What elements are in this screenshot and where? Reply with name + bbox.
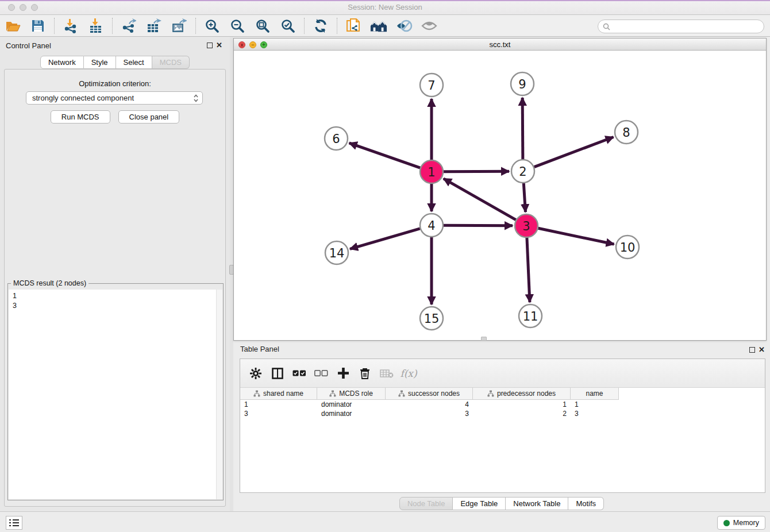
column-header-name[interactable]: name [571,388,619,399]
edge-1-2[interactable] [444,171,509,172]
open-session-icon[interactable] [4,18,21,34]
table-cell: 1 [571,400,619,409]
hide-graphics-icon[interactable] [395,18,413,34]
table-cell: dominator [317,400,386,409]
tab-node-table[interactable]: Node Table [399,497,453,510]
close-panel-icon[interactable]: ✕ [216,41,222,49]
network-window-title: scc.txt [234,40,766,49]
import-network-icon[interactable] [62,18,79,34]
export-network-icon[interactable] [120,18,137,34]
optimization-criterion-label: Optimization criterion: [5,79,225,88]
tab-style[interactable]: Style [84,56,116,69]
tab-network-table[interactable]: Network Table [506,497,568,510]
tab-edge-table[interactable]: Edge Table [453,497,506,510]
mcds-result-title: MCDS result (2 nodes) [11,279,88,287]
criterion-dropdown[interactable]: strongly connected component [26,91,203,105]
network-window: x − + scc.txt 7968124314101511 [233,38,767,341]
select-all-icon[interactable] [291,365,307,381]
close-panel-button[interactable]: Close panel [118,110,180,124]
zoom-out-icon[interactable] [229,18,246,34]
search-field[interactable] [598,20,764,33]
clone-network-icon[interactable] [345,18,362,34]
table-header-row: shared nameMCDS rolesuccessor nodesprede… [240,388,619,400]
import-table-icon[interactable] [87,18,105,34]
node-table-container: f(x) shared nameMCDS rolesuccessor nodes… [240,358,765,493]
tab-mcds[interactable]: MCDS [152,56,190,69]
node-label-10: 10 [620,241,636,255]
edge-2-9[interactable] [522,98,523,159]
window-titlebar: Session: New Session [0,0,770,15]
node-label-9: 9 [518,78,526,91]
control-panel: Control Panel ✕ NetworkStyleSelectMCDS O… [0,37,230,511]
column-settings-icon[interactable] [248,365,264,381]
column-header-MCDS-role[interactable]: MCDS role [317,388,386,399]
deselect-all-icon[interactable] [313,365,329,381]
zoom-fit-icon[interactable] [254,18,271,34]
edge-4-3[interactable] [444,225,513,226]
column-header-shared-name[interactable]: shared name [240,388,317,399]
table-toolbar: f(x) [240,359,765,388]
zoom-in-icon[interactable] [203,18,221,34]
node-label-15: 15 [424,312,440,326]
column-header-label: shared name [263,390,303,398]
edge-2-8[interactable] [534,137,614,167]
node-label-1: 1 [428,165,435,179]
edge-3-1[interactable] [444,179,516,220]
edge-2-3[interactable] [523,183,525,212]
column-type-icon [487,390,494,397]
edge-4-14[interactable] [350,229,420,249]
column-header-predecessor-nodes[interactable]: predecessor nodes [473,388,571,399]
toolbar-separator [54,18,55,34]
float-panel-icon[interactable] [207,43,213,48]
add-column-icon[interactable] [335,365,351,381]
control-panel-tabs: NetworkStyleSelectMCDS [0,56,230,69]
toolbar-separator [337,18,337,34]
tab-network[interactable]: Network [40,56,84,69]
edge-3-10[interactable] [538,228,614,244]
run-mcds-button[interactable]: Run MCDS [51,110,110,124]
node-label-6: 6 [332,132,340,146]
horizontal-splitter-handle[interactable] [481,337,487,341]
node-label-8: 8 [622,126,630,140]
network-window-titlebar[interactable]: x − + scc.txt [234,38,766,51]
table-cell: 2 [473,409,571,418]
delete-column-icon[interactable] [357,365,373,381]
column-header-successor-nodes[interactable]: successor nodes [386,388,473,399]
refresh-view-icon[interactable] [312,18,329,34]
table-cell: 3 [386,409,473,418]
save-session-icon[interactable] [29,18,47,34]
window-title: Session: New Session [0,3,770,11]
mcds-result-area[interactable]: 13 [9,290,222,499]
tab-motifs[interactable]: Motifs [568,497,604,510]
first-neighbors-icon[interactable] [370,18,387,34]
table-row[interactable]: 3dominator323 [240,409,765,418]
column-type-icon [329,390,336,397]
delete-table-icon [379,365,395,381]
task-history-button[interactable] [6,516,22,530]
export-table-icon[interactable] [145,18,163,34]
table-cell: 3 [240,409,317,418]
show-graphics-icon[interactable] [421,18,438,34]
toolbar-separator [304,18,305,34]
edge-1-6[interactable] [349,143,421,168]
main-toolbar [0,16,770,37]
search-input[interactable] [613,22,764,30]
memory-button[interactable]: Memory [717,516,765,530]
toolbar-separator [195,18,196,34]
float-table-panel-icon[interactable] [749,347,755,353]
edge-3-11[interactable] [527,238,530,302]
column-selector-icon[interactable] [270,365,286,381]
export-image-icon[interactable] [171,18,188,34]
dropdown-stepper-icon [193,94,199,103]
network-canvas[interactable]: 7968124314101511 [234,51,766,340]
column-type-icon [398,390,405,397]
tab-select[interactable]: Select [116,56,152,69]
column-header-label: name [586,390,603,398]
zoom-selected-icon[interactable] [279,18,297,34]
close-table-panel-icon[interactable]: ✕ [759,345,765,354]
table-row[interactable]: 1dominator411 [240,400,765,409]
mcds-result-lines: 13 [13,291,17,311]
result-scrollbar[interactable] [216,290,222,499]
toolbar-separator [112,18,113,34]
result-line: 1 [13,291,17,301]
